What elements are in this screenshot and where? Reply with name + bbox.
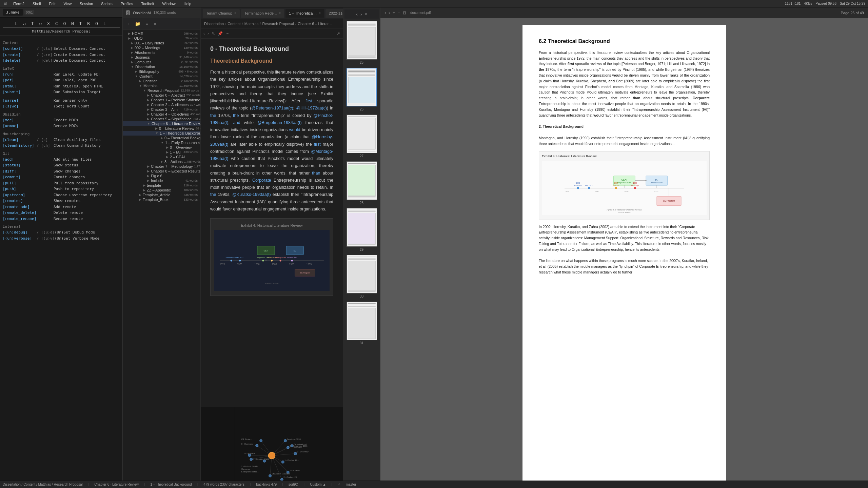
tree-item-attachments[interactable]: ▶ Attachments 9 words	[123, 50, 200, 55]
tree-item-fig6[interactable]: ▶ Fig e 6	[123, 174, 200, 178]
menu-window[interactable]: Window	[160, 2, 177, 6]
tree-item-daily-notes[interactable]: ▶ 001 – Daily Notes 997 words	[123, 41, 200, 45]
menu-scripts[interactable]: Scripts	[99, 2, 115, 6]
nav-back-icon[interactable]: ‹	[203, 31, 205, 36]
pdf-thumb-29[interactable]: 29	[344, 208, 379, 251]
thumb-nav-back[interactable]: ‹	[356, 12, 358, 17]
menu-iterm2[interactable]: iTerm2	[11, 2, 26, 6]
breadcrumb-item[interactable]: Dissertation	[204, 22, 224, 26]
section-housekeeping: Housekeeping	[3, 132, 120, 136]
pdf-additional-text: In 2002, Hornsby, Kuratko, and Zahra (20…	[539, 224, 710, 275]
tab-tenant-cleanup[interactable]: Tenant Cleanup ×	[203, 9, 240, 18]
pdf-thumb-26[interactable]: 26	[344, 68, 379, 111]
nav-forward-icon[interactable]: ›	[208, 31, 209, 36]
tree-item-computer[interactable]: ▶ Computer 2,391 words	[123, 60, 200, 64]
new-file-button[interactable]: +	[125, 21, 131, 27]
tree-item-ch8[interactable]: ▶ Chapter 8 – Expected Results 298 words	[123, 169, 200, 174]
pdf-zoom-out[interactable]: −	[398, 11, 400, 15]
cite-montago[interactable]: @Montago-1986aa(t)	[210, 149, 333, 161]
pdf-content-area[interactable]: 6.2 Theoretical Background From a histor…	[380, 18, 868, 488]
tree-item-ch0[interactable]: ▶ Chapter 0 – Abstract 238 words	[123, 93, 200, 98]
cite-peterson[interactable]: @Peterson-1971aa(c)	[252, 106, 293, 110]
pdf-thumb-30[interactable]: 30	[344, 255, 379, 298]
tab-close-icon[interactable]: ×	[279, 11, 281, 15]
tree-item-ch4[interactable]: ▶ Chapter 4 – Objectives 430 words	[123, 112, 200, 117]
thumb-nav-forward[interactable]: ›	[360, 12, 362, 17]
share-icon[interactable]: ↗	[337, 31, 340, 36]
tree-item-bibliography[interactable]: ▶ Bibliography 808 × 6 words	[123, 69, 200, 74]
tree-item-matthias[interactable]: ▼ Matthias 11,860 words	[123, 83, 200, 88]
tree-item-tb0[interactable]: ▶ 0 – Theoretical Background 445 words	[123, 136, 200, 140]
tree-item-actions[interactable]: ▶ 3 – Actions 1,785 words	[123, 159, 200, 164]
sort-button[interactable]: ≡	[144, 21, 150, 27]
pdf-zoom-in[interactable]: +	[393, 11, 395, 15]
menu-profiles[interactable]: Profiles	[119, 2, 135, 6]
tree-item-home[interactable]: ▶ HOME 996 words	[123, 31, 200, 36]
tree-item-lit-review[interactable]: ▶ 0 – Literature Review 68 words	[123, 126, 200, 131]
pdf-thumb-31[interactable]: 31	[344, 302, 379, 345]
tab-theoretical-bg[interactable]: 1 – Theoretical... ×	[285, 9, 324, 18]
tree-item-ch6[interactable]: ▼ Chapter 6 – Literature Review 6,522 wo…	[123, 121, 200, 126]
breadcrumb-item[interactable]: Matthias	[244, 22, 259, 26]
tree-item-ch1[interactable]: ▶ Chapter 1 – Problem Statement 1,174 wo…	[123, 98, 200, 102]
tree-item-todo[interactable]: ▶ TODO 20 words	[123, 36, 200, 41]
close-panel-button[interactable]: ×	[152, 21, 158, 27]
tree-item-christian[interactable]: ▶ Christian 2,136 words	[123, 79, 200, 83]
tree-item-template-book[interactable]: ▶ Template_Book 533 words	[123, 197, 200, 202]
menu-edit[interactable]: Edit	[47, 2, 57, 6]
breadcrumb-item[interactable]: Chapter 6 – Literat...	[298, 22, 332, 26]
tree-item-include[interactable]: ▶ Include 41 words	[123, 178, 200, 183]
tree-item-template[interactable]: ▶ template 116 words	[123, 183, 200, 188]
tree-item-appendix[interactable]: ▶ ZZ – Appendix 106 words	[123, 188, 200, 192]
new-folder-button[interactable]: 📁	[134, 21, 142, 27]
menu-help[interactable]: Help	[182, 2, 194, 6]
tab-label: 1 – Theoretical...	[289, 11, 317, 15]
tree-item-content[interactable]: ▼ Content 14,020 words	[123, 74, 200, 79]
menu-shell[interactable]: Shell	[31, 2, 43, 6]
pdf-thumb-28[interactable]: 28	[344, 161, 379, 205]
tree-item-template-article[interactable]: ▶ Template_Article 336 words	[123, 192, 200, 197]
tab-close-icon[interactable]: ×	[234, 11, 236, 15]
tree-item-er-overview[interactable]: ▶ 0 – Overview	[123, 145, 200, 150]
tree-item-meetings[interactable]: ▶ 002 – Meetings 139 words	[123, 45, 200, 50]
menu-session[interactable]: Session	[78, 2, 95, 6]
tree-item-ch3[interactable]: ▶ Chapter 3 – Aim 419 words	[123, 107, 200, 112]
tree-item-ch2[interactable]: ▶ Chapter 2 – Audiences 327 words	[123, 102, 200, 107]
pdf-thumbnail-panel: ‹ › × 25	[343, 7, 380, 488]
pdf-nav-left[interactable]: ‹	[384, 11, 386, 15]
more-icon[interactable]: ⋯	[225, 31, 230, 36]
tree-item-ch7[interactable]: ▶ Chapter 7 – Methodology 1,777 words	[123, 164, 200, 169]
svg-text:1980: 1980	[254, 263, 259, 265]
terminal-tab[interactable]: J.make	[3, 9, 23, 16]
tree-item-ceai[interactable]: ▶ 2 – CEAI	[123, 155, 200, 159]
tree-item-dissertation[interactable]: ▼ Dissertation 16,100 words	[123, 64, 200, 69]
menu-view[interactable]: View	[61, 2, 74, 6]
chevron-icon: ▶	[128, 32, 131, 35]
tree-item-early-research[interactable]: ▼ 1 – Early Research 678 words	[123, 140, 200, 145]
pdf-thumb-27[interactable]: 27	[344, 115, 379, 158]
tab-close-icon[interactable]: ×	[319, 11, 321, 15]
tree-item-business[interactable]: ▶ Business 91,448 words	[123, 55, 200, 60]
cite-hill[interactable]: @Hill-1972aa(c)	[296, 106, 327, 110]
cite-burgelman[interactable]: @Burgelman-1984aa(t)	[257, 120, 302, 125]
pdf-fit[interactable]: ⊡	[403, 11, 406, 15]
tree-item-iai[interactable]: ▶ 1 – IAI 430 words	[123, 150, 200, 155]
kb-stats: 4KBs	[804, 2, 812, 5]
pdf-thumb-25[interactable]: 25	[344, 21, 379, 64]
cmd-parse: [parse] Run parser only	[3, 98, 120, 104]
menu-toolbelt[interactable]: Toolbelt	[139, 2, 156, 6]
breadcrumb-item[interactable]: Content	[228, 22, 241, 26]
tree-item-research-proposal[interactable]: ▼ Research Proposal 12,889 words	[123, 88, 200, 93]
tab-date-note[interactable]: 2022-11-03 – 108... ×	[326, 9, 343, 18]
breadcrumb-item[interactable]: Research Proposal	[262, 22, 294, 26]
edit-icon[interactable]: ✎	[212, 31, 215, 36]
tree-item-label: template	[147, 183, 161, 187]
cite-kuratko[interactable]: @Kuratko-1990aa(t)	[232, 192, 271, 197]
pin-icon[interactable]: 📌	[218, 31, 223, 36]
tree-item-ch5[interactable]: ▶ Chapter 5 – Significance 973 words	[123, 117, 200, 121]
tree-item-theoretical-bg[interactable]: ▼ 1 – Theoretical Background 4,465 words	[123, 131, 200, 136]
thumb-close[interactable]: ×	[365, 12, 367, 17]
pdf-nav-right[interactable]: ›	[389, 11, 390, 15]
tab-termination[interactable]: Termination Rede... ×	[241, 9, 284, 18]
svg-text:Chapter 0 - Abstract: Chapter 0 - Abstract	[272, 473, 290, 475]
